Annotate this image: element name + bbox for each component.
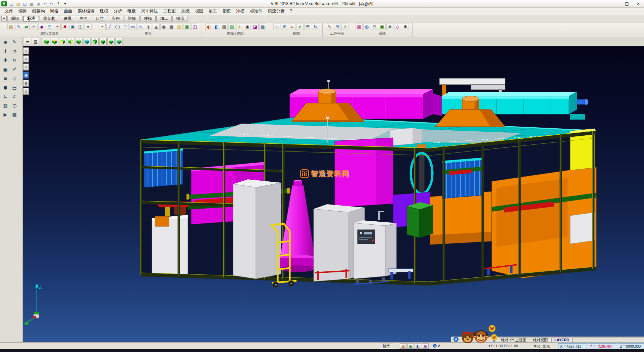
view-mode[interactable]: 绝对视图: [530, 338, 551, 343]
minimize-button[interactable]: –: [610, 0, 621, 7]
snap-toggle[interactable]: 控宇: [380, 344, 393, 349]
menu-item[interactable]: 系统: [178, 8, 192, 15]
clock-icon[interactable]: ◷: [11, 102, 18, 109]
tab[interactable]: 加工: [156, 16, 172, 21]
viewport-3d[interactable]: Z Y ▯▱▭▣▮▯ 智造资料网: [22, 46, 644, 343]
edit-attributes-icon[interactable]: ✎: [15, 23, 22, 30]
tab[interactable]: 编辑: [7, 16, 23, 21]
attributes-icon[interactable]: ▤: [7, 23, 14, 30]
mask-surfaces-button[interactable]: ▣: [23, 72, 29, 79]
toolbar-options-icon[interactable]: ▾: [62, 1, 68, 7]
open-file-icon[interactable]: ▤: [15, 1, 21, 7]
mask-groups-button[interactable]: ▯: [23, 88, 29, 95]
menu-item[interactable]: 曲面: [61, 8, 75, 15]
pan-icon[interactable]: ✚: [2, 56, 9, 64]
menu-item[interactable]: 建模: [97, 8, 111, 15]
stack-icon[interactable]: ≡: [2, 75, 9, 82]
match-properties-icon[interactable]: ◆: [38, 23, 45, 30]
sphere-icon[interactable]: ●: [160, 23, 167, 30]
zoom-window-icon[interactable]: ⊞: [281, 23, 288, 30]
mask-points-button[interactable]: ▱: [23, 55, 29, 62]
menu-item[interactable]: 加工: [206, 8, 220, 15]
erase-icon[interactable]: ✖: [61, 23, 68, 30]
tab[interactable]: 塑膜: [124, 16, 140, 21]
snap-settings-icon[interactable]: ▦: [400, 343, 407, 349]
menu-item[interactable]: 冲模: [233, 8, 247, 15]
mask-solids-button[interactable]: ▮: [23, 80, 29, 87]
tab[interactable]: 冲模: [140, 16, 156, 21]
redo-icon[interactable]: ↷: [49, 1, 55, 7]
shade-mode-icon[interactable]: ◧: [415, 343, 421, 349]
wireframe-icon[interactable]: ▦: [221, 23, 228, 30]
globe-icon[interactable]: ◍: [363, 23, 370, 30]
view-iso3-button[interactable]: [107, 38, 115, 45]
view-iso4-button[interactable]: [115, 38, 123, 45]
pick-icon[interactable]: ✛: [54, 23, 61, 30]
color-table-icon[interactable]: ▦: [356, 23, 363, 30]
cart-icon[interactable]: ▣: [2, 65, 9, 73]
mask-wires-button[interactable]: ▭: [23, 63, 29, 71]
view-front-button[interactable]: [59, 38, 66, 45]
menu-item[interactable]: 标准件: [247, 8, 265, 15]
tab[interactable]: 尺寸: [92, 16, 107, 21]
pattern-icon[interactable]: ▦: [183, 23, 191, 30]
cut-icon[interactable]: ✂: [31, 23, 38, 30]
save-file-icon[interactable]: ◫: [22, 1, 28, 7]
workplane-align-icon[interactable]: ↗: [341, 23, 348, 30]
view-list-icon[interactable]: ☰: [304, 23, 311, 30]
view-iso2-button[interactable]: [99, 38, 107, 45]
calculator-icon[interactable]: ⊟: [371, 23, 378, 30]
menu-item[interactable]: ?: [287, 8, 295, 15]
more-options-icon[interactable]: ▾: [85, 23, 92, 30]
grid-settings-icon[interactable]: #: [386, 23, 393, 30]
filter-icon[interactable]: ▽: [46, 23, 53, 30]
tab[interactable]: 应用: [108, 16, 123, 21]
shading-icon[interactable]: ◧: [213, 23, 220, 30]
view-iso-button[interactable]: [43, 38, 50, 45]
regen-icon[interactable]: ↻: [312, 23, 319, 30]
line-icon[interactable]: ╱: [106, 23, 113, 30]
dynamic-view-icon[interactable]: ∿: [273, 23, 280, 30]
sheet-icon[interactable]: ▤: [11, 84, 18, 91]
camera-icon[interactable]: ◉: [244, 23, 251, 30]
print-icon[interactable]: ▥: [29, 1, 35, 7]
verify-icon[interactable]: ✔: [297, 23, 304, 30]
tab[interactable]: 建模: [60, 16, 75, 21]
active-layer[interactable]: LAYER0: [551, 338, 572, 343]
ungroup-icon[interactable]: ◫: [77, 23, 84, 30]
render-icon[interactable]: ◐: [205, 23, 212, 30]
view-menu-button[interactable]: ☰: [24, 38, 31, 45]
menu-item[interactable]: 编辑: [16, 8, 30, 15]
section-view-icon[interactable]: ◪: [252, 23, 259, 30]
tab[interactable]: 线架构: [40, 16, 59, 21]
menu-item[interactable]: 线架构: [30, 8, 48, 15]
ruler-icon[interactable]: ∟: [2, 93, 9, 100]
rectangle-icon[interactable]: ▭: [129, 23, 137, 30]
plot-icon[interactable]: ◎: [35, 1, 41, 7]
workplane-edit-icon[interactable]: ✎: [326, 23, 333, 30]
view-right-button[interactable]: [67, 38, 74, 45]
view-orientation[interactable]: 绝对 XY 上视图: [498, 338, 529, 343]
block-icon[interactable]: ■: [168, 23, 175, 30]
view-top-button[interactable]: [51, 38, 58, 45]
tab[interactable]: 模流: [172, 16, 188, 21]
menu-item[interactable]: 视图: [192, 8, 206, 15]
menu-item[interactable]: 文件: [2, 8, 16, 15]
highlight-icon[interactable]: ▥: [176, 23, 183, 30]
compass-icon[interactable]: ◔: [11, 47, 18, 55]
view-back-button[interactable]: [75, 38, 83, 45]
palette-icon[interactable]: ▦: [11, 111, 18, 118]
lighting-icon[interactable]: ✶: [236, 23, 243, 30]
select-icon[interactable]: ◉: [2, 38, 9, 46]
axes-icon[interactable]: ✛: [2, 47, 9, 55]
settings-icon[interactable]: ✱: [402, 23, 409, 30]
new-file-icon[interactable]: ▢: [8, 1, 14, 7]
cube-icon[interactable]: ◇: [11, 75, 18, 82]
play-icon[interactable]: ▶: [2, 111, 9, 118]
cylinder-icon[interactable]: ▮: [145, 23, 152, 30]
note-icon[interactable]: ✐: [11, 65, 18, 73]
menu-item[interactable]: 电极: [125, 8, 139, 15]
viewports-button[interactable]: ▥: [32, 38, 39, 45]
menu-item[interactable]: 尺寸标注: [139, 8, 161, 15]
info-icon[interactable]: ◉: [422, 343, 429, 349]
